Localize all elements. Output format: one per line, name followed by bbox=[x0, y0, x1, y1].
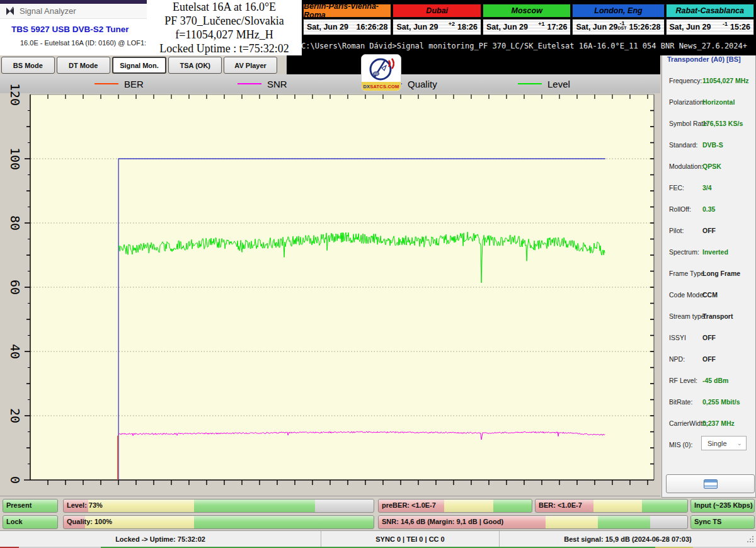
tuner-title: TBS 5927 USB DVB-S2 Tuner bbox=[11, 25, 129, 34]
field-value: Inverted bbox=[702, 248, 728, 256]
clock-moscow: Moscow Sat, Jun 29 +1 17:26 bbox=[483, 4, 571, 37]
field-value: -45 dBm bbox=[702, 377, 728, 384]
legend-label: BER bbox=[124, 79, 144, 89]
mode-tabs: BS Mode DT Mode Signal Mon. TSA (OK) AV … bbox=[1, 57, 277, 74]
field-label: Polarization: bbox=[669, 98, 706, 106]
clock-city-label: Berlin-Paris-Vienna-Roma bbox=[303, 4, 391, 18]
transponder-title: Transponder (A0) [BS] bbox=[667, 55, 741, 63]
field-label: Frame Type: bbox=[669, 270, 706, 277]
field-label: NPD: bbox=[669, 355, 685, 363]
tab-av-player[interactable]: AV Player bbox=[224, 57, 277, 74]
clock-date: Sat, Jun 29 bbox=[576, 23, 617, 31]
y-tick-label: 100 bbox=[6, 145, 23, 173]
field-label: ISSYI bbox=[669, 334, 686, 341]
field-label: Pilot: bbox=[669, 227, 684, 234]
clock-berlin: Berlin-Paris-Vienna-Roma Sat, Jun 29 16:… bbox=[303, 4, 391, 37]
sync-ts-label: Sync TS bbox=[694, 518, 721, 525]
field-value: DVB-S bbox=[702, 141, 723, 149]
clock-time-row: Sat, Jun 29 +2 18:26 bbox=[392, 19, 481, 35]
clock-dubai: Dubai Sat, Jun 29 +2 18:26 bbox=[392, 4, 481, 37]
row-fec: FEC:3/4 bbox=[662, 178, 755, 199]
annotation-line: Eutelsat 16A at 16.0°E bbox=[147, 0, 302, 14]
field-label: Frequency: bbox=[669, 77, 702, 84]
field-value: 0.35 bbox=[702, 205, 715, 213]
satellite-dish-icon bbox=[368, 57, 394, 82]
field-label: Stream type: bbox=[669, 312, 707, 320]
field-value: 176,513 KS/s bbox=[702, 120, 743, 127]
world-clocks: Berlin-Paris-Vienna-Roma Sat, Jun 29 16:… bbox=[303, 4, 754, 37]
clock-city-label: London, Eng bbox=[572, 4, 664, 18]
status-best-signal: Best signal: 15,9 dB (2024-06-28 07:03) bbox=[500, 531, 756, 547]
tab-dt-mode[interactable]: DT Mode bbox=[57, 57, 110, 74]
mis-dropdown[interactable]: Single ⌄ bbox=[701, 436, 747, 450]
present-indicator: Present bbox=[3, 499, 58, 513]
legend-label: Level bbox=[547, 79, 570, 89]
present-label: Present bbox=[6, 501, 32, 509]
row-spectrum: Spectrum:Inverted bbox=[662, 242, 755, 263]
row-polarization: Polarization:Horizontal bbox=[662, 92, 755, 113]
annotation-line: f=11054,027 MHz_H bbox=[147, 28, 302, 42]
tab-tsa[interactable]: TSA (OK) bbox=[168, 57, 222, 74]
signal-analyzer-icon bbox=[5, 6, 15, 16]
tab-bs-mode[interactable]: BS Mode bbox=[1, 57, 55, 74]
row-stream-type: Stream type:Transport bbox=[662, 306, 755, 328]
level-line-swatch bbox=[518, 83, 542, 84]
clock-time: 17:26 bbox=[547, 23, 567, 31]
tab-signal-mon[interactable]: Signal Mon. bbox=[112, 57, 167, 74]
clock-time: 15:26 bbox=[730, 23, 750, 31]
field-label: RF Level: bbox=[669, 377, 697, 384]
row-bitrate: BitRate:0,255 Mbit/s bbox=[662, 392, 755, 413]
chevron-down-icon: ⌄ bbox=[737, 440, 742, 447]
field-value: Horizontal bbox=[702, 98, 735, 106]
ber-bar: BER: <1.0E-7 bbox=[535, 499, 688, 513]
clock-dst-label: DST bbox=[617, 26, 626, 30]
field-label: BitRate: bbox=[669, 398, 692, 406]
snr-label: SNR: 14,6 dB (Margin: 9,1 dB | Good) bbox=[382, 518, 503, 525]
row-rolloff: RollOff:0.35 bbox=[662, 199, 755, 220]
transponder-rows: Frequency:11054,027 MHz Polarization:Hor… bbox=[662, 71, 755, 457]
row-symbol-rate: Symbol Rate:176,513 KS/s bbox=[662, 113, 755, 135]
clock-city-label: Dubai bbox=[392, 4, 481, 18]
annotation-line: PF 370_Lučenec/Slovakia bbox=[147, 14, 302, 28]
clock-utc-offset: +2 bbox=[449, 21, 455, 27]
input-rate-label: Input (~235 Kbps) bbox=[694, 501, 753, 509]
chart-legend: BER SNR Quality Level bbox=[0, 74, 660, 93]
row-code-mode: Code Mode:CCM bbox=[662, 285, 755, 306]
status-uptime: Locked -> Uptime: 75:32:02 bbox=[0, 531, 321, 547]
status-sync-counters: SYNC 0 | TEI 0 | CC 0 bbox=[321, 531, 500, 547]
resize-grip[interactable] bbox=[747, 535, 754, 543]
export-button[interactable] bbox=[666, 474, 755, 493]
field-label: FEC: bbox=[669, 184, 684, 191]
row-issyi: ISSYIOFF bbox=[662, 328, 755, 349]
field-label: RollOff: bbox=[669, 205, 691, 213]
ber-label: BER: <1.0E-7 bbox=[539, 501, 582, 509]
clock-utc-offset: -1 bbox=[723, 21, 728, 27]
clock-time-row: Sat, Jun 29 16:26:28 bbox=[303, 19, 391, 35]
clock-city-label: Rabat-Casablanca bbox=[666, 4, 754, 18]
field-value: 11054,027 MHz bbox=[702, 77, 749, 84]
clock-time-row: Sat, Jun 29 -1 DST 15:26:28 bbox=[572, 19, 664, 35]
clock-time: 18:26 bbox=[457, 23, 478, 31]
row-frequency: Frequency:11054,027 MHz bbox=[662, 71, 755, 92]
console-window-lower bbox=[287, 55, 660, 74]
logo-text-rest: SATCS.COM bbox=[370, 84, 399, 89]
field-value: OFF bbox=[702, 334, 716, 341]
clock-date: Sat, Jun 29 bbox=[486, 23, 528, 31]
snr-bar: SNR: 14,6 dB (Margin: 9,1 dB | Good) bbox=[378, 515, 688, 529]
legend-label: Quality bbox=[408, 79, 437, 89]
dxsatcs-logo: DXSATCS.COM bbox=[361, 54, 401, 91]
y-tick-label: 60 bbox=[6, 273, 23, 301]
mis-selected-value: Single bbox=[707, 440, 727, 447]
annotation-overlay: Eutelsat 16A at 16.0°E PF 370_Lučenec/Sl… bbox=[147, 0, 302, 55]
y-tick-label: 80 bbox=[6, 209, 23, 237]
y-tick-label: 40 bbox=[6, 338, 23, 365]
console-prompt: C:\Users\Roman Dávid>Signal monitoring_P… bbox=[301, 42, 747, 50]
signal-chart-panel: BER SNR Quality Level bbox=[0, 71, 660, 496]
y-tick-label: 120 bbox=[6, 81, 23, 108]
clock-london: London, Eng Sat, Jun 29 -1 DST 15:26:28 bbox=[572, 4, 664, 37]
clock-date: Sat, Jun 29 bbox=[307, 23, 348, 31]
status-bar: Locked -> Uptime: 75:32:02 SYNC 0 | TEI … bbox=[0, 530, 756, 547]
field-label: Spectrum: bbox=[669, 248, 699, 256]
clock-date: Sat, Jun 29 bbox=[396, 23, 438, 31]
clock-date: Sat, Jun 29 bbox=[670, 23, 711, 31]
